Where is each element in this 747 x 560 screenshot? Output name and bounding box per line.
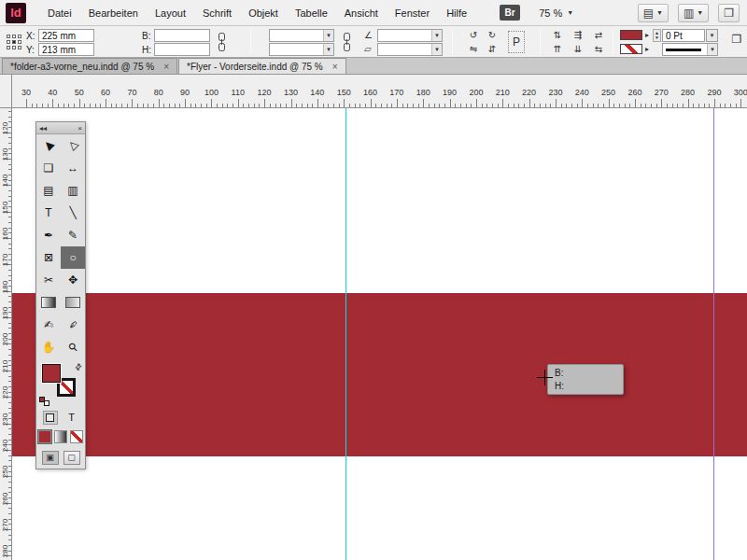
default-fill-stroke-icon[interactable] (39, 397, 50, 406)
hand-tool[interactable]: ✋ (36, 336, 61, 358)
distribute-button-f[interactable]: ⇆ (590, 43, 607, 55)
distribute-button-d[interactable]: ⇊ (570, 43, 586, 55)
ruler-tick (355, 104, 356, 107)
formatting-affects-container-button[interactable] (43, 411, 58, 425)
menu-objekt[interactable]: Objekt (240, 0, 287, 26)
stroke-style-combo[interactable]: ▼ (662, 43, 718, 56)
vertical-ruler[interactable]: 1201301401501601701801902002102202302402… (0, 108, 12, 560)
chevron-down-icon[interactable]: ▼ (431, 30, 442, 41)
flip-vertical-button[interactable]: ⇵ (484, 43, 500, 55)
panel-toggle-icon[interactable]: ❐ (728, 34, 745, 46)
close-icon[interactable]: × (332, 62, 338, 72)
scissors-tool[interactable]: ✂ (36, 269, 61, 291)
pencil-icon: ✎ (68, 229, 78, 242)
menu-tabelle[interactable]: Tabelle (287, 0, 336, 26)
apply-none-button[interactable] (70, 430, 83, 443)
rotation-combo[interactable]: ▼ (377, 29, 443, 42)
bridge-button[interactable]: Br (500, 5, 520, 21)
chevron-right-icon[interactable]: ▸ (645, 45, 649, 53)
stroke-weight-stepper[interactable]: ▲ ▼ (653, 29, 661, 42)
constrain-scale-link-icon[interactable] (342, 33, 352, 54)
chevron-down-icon[interactable]: ▼ (323, 30, 333, 41)
document-canvas[interactable]: B: H: (12, 108, 747, 560)
constrain-dimensions-link-icon[interactable] (217, 33, 227, 54)
distribute-button-b[interactable]: ⇶ (570, 29, 586, 41)
ruler-tick (635, 99, 636, 107)
close-icon[interactable]: × (78, 122, 82, 134)
view-options-button[interactable]: ▤ ▼ (638, 4, 669, 22)
pen-tool[interactable]: ✒ (36, 224, 61, 246)
scale-x-combo[interactable]: ▼ (269, 29, 334, 42)
gap-tool[interactable]: ↔ (61, 157, 85, 179)
page-tool[interactable]: ❏ (36, 157, 61, 179)
chevron-down-icon[interactable]: ▼ (431, 44, 442, 55)
tools-panel-header[interactable]: ◂◂ × (36, 122, 85, 134)
apply-color-button[interactable] (38, 430, 51, 443)
ruler-tick (8, 434, 11, 435)
horizontal-ruler[interactable]: 3040506070809010011012013014015016017018… (0, 75, 747, 108)
swap-fill-stroke-icon[interactable]: ⇄ (73, 361, 84, 372)
menu-bearbeiten[interactable]: Bearbeiten (80, 0, 147, 26)
rotate-ccw-button[interactable]: ↺ (465, 29, 482, 41)
width-input[interactable] (154, 29, 210, 42)
screen-mode-button[interactable]: ▥ ▼ (678, 4, 709, 22)
eyedropper-tool[interactable]: ✑ (61, 314, 85, 336)
fill-color-swatch[interactable] (620, 30, 642, 40)
tab-flyer-vorderseite[interactable]: *Flyer - Vorderseite.indd @ 75 % × (178, 58, 346, 74)
flip-horizontal-button[interactable]: ⇋ (465, 43, 482, 55)
note-tool[interactable]: ✍ (36, 314, 61, 336)
shear-combo[interactable]: ▼ (377, 43, 443, 56)
preview-view-button[interactable]: ▢ (63, 451, 80, 465)
type-tool[interactable]: T (36, 202, 61, 224)
scale-y-combo[interactable]: ▼ (269, 43, 334, 56)
fill-swatch[interactable] (42, 364, 61, 383)
ruler-origin[interactable] (0, 75, 12, 108)
rectangle-frame-tool[interactable]: ⊠ (36, 246, 61, 269)
y-input[interactable] (38, 43, 94, 56)
ruler-tick (8, 428, 11, 429)
pencil-tool[interactable]: ✎ (61, 224, 85, 246)
gradient-feather-tool[interactable] (61, 291, 85, 314)
free-transform-tool[interactable]: ✥ (61, 269, 85, 291)
tab-folder-a3-vorne-neu[interactable]: *folder-a3-vorne_neu.indd @ 75 % × (2, 58, 177, 74)
guide-violet[interactable] (713, 108, 714, 560)
chevron-down-icon[interactable]: ▼ (707, 44, 717, 55)
content-placer-tool[interactable]: ▥ (61, 179, 85, 202)
distribute-button-a[interactable]: ⇅ (549, 29, 566, 41)
arrange-documents-button[interactable]: ❐ (718, 4, 740, 22)
selection-tool[interactable]: ▶ (36, 134, 61, 157)
rotate-cw-button[interactable]: ↻ (484, 29, 500, 41)
menu-schrift[interactable]: Schrift (194, 0, 240, 26)
direct-selection-tool[interactable]: ▷ (61, 134, 85, 157)
stroke-weight-dropdown[interactable]: ▼ (706, 29, 718, 42)
chevron-down-icon: ▼ (697, 9, 703, 16)
reference-point-proxy[interactable] (6, 34, 22, 50)
formatting-affects-text-button[interactable]: T (64, 411, 79, 425)
close-icon[interactable]: × (163, 62, 169, 72)
gradient-swatch-tool[interactable] (36, 291, 61, 314)
line-tool[interactable]: ╲ (61, 202, 85, 224)
ellipse-tool[interactable]: ○ (61, 246, 85, 269)
menu-layout[interactable]: Layout (147, 0, 194, 26)
guide-cyan[interactable] (345, 108, 346, 560)
ruler-tick (423, 99, 424, 107)
menu-datei[interactable]: Datei (39, 0, 80, 26)
normal-view-button[interactable]: ▣ (42, 451, 59, 465)
distribute-button-c[interactable]: ⇈ (549, 43, 566, 55)
x-input[interactable] (38, 29, 94, 42)
red-color-band[interactable] (12, 293, 747, 456)
chevron-right-icon[interactable]: ▸ (645, 31, 649, 39)
content-collector-tool[interactable]: ▤ (36, 179, 61, 202)
distribute-button-e[interactable]: ⇄ (590, 29, 607, 41)
zoom-control[interactable]: 75 % ▼ (539, 7, 573, 19)
chevron-down-icon[interactable]: ▼ (323, 44, 333, 55)
menu-ansicht[interactable]: Ansicht (336, 0, 387, 26)
stroke-color-swatch[interactable] (620, 44, 642, 54)
menu-fenster[interactable]: Fenster (387, 0, 438, 26)
collapse-panel-icon[interactable]: ◂◂ (39, 122, 47, 134)
height-input[interactable] (154, 43, 210, 56)
zoom-tool[interactable]: ⚲ (61, 336, 85, 358)
apply-gradient-button[interactable] (54, 430, 67, 443)
menu-hilfe[interactable]: Hilfe (438, 0, 475, 26)
stroke-weight-input[interactable] (662, 29, 705, 42)
